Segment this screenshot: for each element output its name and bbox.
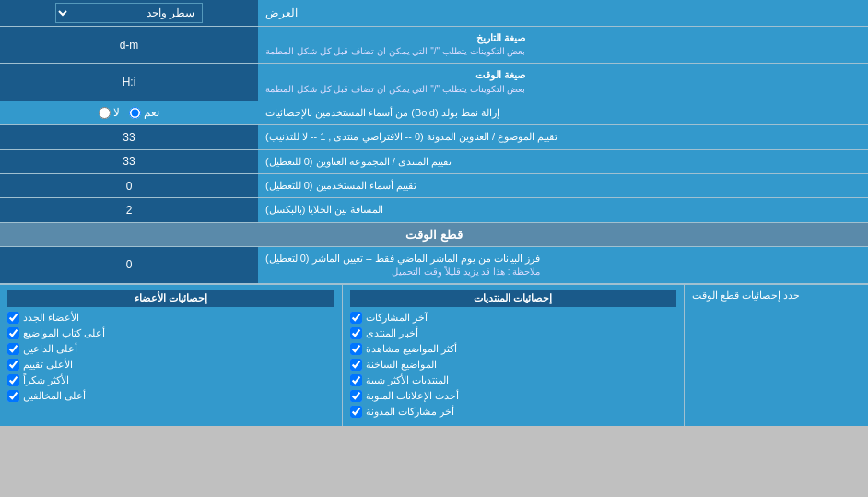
check-forum-6[interactable] — [350, 390, 362, 402]
forum-order-label: تقييم المنتدى / المجموعة العناوين (0 للت… — [258, 150, 868, 173]
check-member-2[interactable] — [7, 327, 19, 339]
check-item-6: أحدث الإعلانات المبوبة — [350, 390, 677, 402]
check-item-7: أخر مشاركات المدونة — [350, 406, 677, 418]
date-format-label: صيغة التاريخ بعض التكوينات يتطلب "/" الت… — [258, 27, 868, 63]
check-forum-3[interactable] — [350, 343, 362, 355]
user-order-input[interactable] — [5, 180, 253, 193]
check-item-4: المواضيع الساخنة — [350, 359, 677, 371]
check-item-3: أكثر المواضيع مشاهدة — [350, 343, 677, 355]
checkboxes-wrapper: حدد إحصائيات قطع الوقت إحصائيات المنتديا… — [0, 284, 868, 426]
date-format-row: صيغة التاريخ بعض التكوينات يتطلب "/" الت… — [0, 27, 868, 64]
radio-yes: نعم — [129, 106, 159, 119]
topic-order-input[interactable] — [5, 131, 253, 144]
user-order-input-cell — [0, 174, 258, 197]
check-member-6[interactable] — [7, 390, 19, 402]
check-forum-1[interactable] — [350, 312, 362, 324]
forum-order-input-cell — [0, 150, 258, 173]
topic-order-label: تقييم الموضوع / العناوين المدونة (0 -- ا… — [258, 125, 868, 148]
radio-no: لا — [99, 106, 120, 119]
cut-time-section-title: قطع الوقت — [0, 223, 868, 247]
cut-row-input-cell — [0, 247, 258, 283]
cut-row: فرز البيانات من يوم الماشر الماضي فقط --… — [0, 247, 868, 284]
bold-remove-row: إزالة نمط بولد (Bold) من أسماء المستخدمي… — [0, 101, 868, 125]
date-format-input-cell — [0, 27, 258, 63]
radio-no-input[interactable] — [99, 107, 111, 119]
radio-yes-input[interactable] — [129, 107, 141, 119]
check-member-5-item: الأكثر شكراً — [7, 374, 334, 386]
time-format-label: صيغة الوقت بعض التكوينات يتطلب "/" التي … — [258, 64, 868, 100]
date-format-input[interactable] — [5, 39, 253, 52]
time-format-row: صيغة الوقت بعض التكوينات يتطلب "/" التي … — [0, 64, 868, 101]
check-member-2-item: أعلى كتاب المواضيع — [7, 327, 334, 339]
check-forum-7[interactable] — [350, 406, 362, 418]
time-format-input-cell — [0, 64, 258, 100]
checkboxes-section-label: حدد إحصائيات قطع الوقت — [684, 285, 868, 426]
display-select[interactable]: سطر واحد سطرين ثلاثة أسطر — [55, 3, 203, 23]
user-order-row: تقييم أسماء المستخدمين (0 للتعطيل) — [0, 174, 868, 198]
cell-spacing-label: المسافة بين الخلايا (بالبكسل) — [258, 198, 868, 221]
cut-row-label: فرز البيانات من يوم الماشر الماضي فقط --… — [258, 247, 868, 283]
user-order-label: تقييم أسماء المستخدمين (0 للتعطيل) — [258, 174, 868, 197]
forum-order-input[interactable] — [5, 155, 253, 168]
bold-remove-label: إزالة نمط بولد (Bold) من أسماء المستخدمي… — [258, 101, 868, 124]
cut-row-input[interactable] — [5, 258, 253, 271]
cell-spacing-row: المسافة بين الخلايا (بالبكسل) — [0, 198, 868, 222]
check-member-4-item: الأعلى تقييم — [7, 359, 334, 371]
check-member-3-item: أعلى الداعين — [7, 343, 334, 355]
forum-stats-column: إحصائيات المنتديات آخر المشاركات أخبار ا… — [342, 285, 685, 426]
check-member-1-item: الأعضاء الجدد — [7, 312, 334, 324]
member-stats-header: إحصائيات الأعضاء — [7, 290, 334, 307]
display-row: العرض سطر واحد سطرين ثلاثة أسطر — [0, 0, 868, 27]
check-forum-2[interactable] — [350, 327, 362, 339]
display-label: العرض — [258, 0, 868, 26]
check-item-1: آخر المشاركات — [350, 312, 677, 324]
check-forum-4[interactable] — [350, 359, 362, 371]
cell-spacing-input[interactable] — [5, 204, 253, 217]
topic-order-input-cell — [0, 125, 258, 148]
display-input-cell: سطر واحد سطرين ثلاثة أسطر — [0, 0, 258, 26]
check-member-5[interactable] — [7, 374, 19, 386]
topic-order-row: تقييم الموضوع / العناوين المدونة (0 -- ا… — [0, 125, 868, 149]
time-format-input[interactable] — [5, 76, 253, 89]
check-forum-5[interactable] — [350, 374, 362, 386]
member-stats-column: إحصائيات الأعضاء الأعضاء الجدد أعلى كتاب… — [0, 285, 342, 426]
check-member-1[interactable] — [7, 312, 19, 324]
check-member-6-item: أعلى المخالفين — [7, 390, 334, 402]
check-item-5: المنتديات الأكثر شبية — [350, 374, 677, 386]
check-item-2: أخبار المنتدى — [350, 327, 677, 339]
check-member-4[interactable] — [7, 359, 19, 371]
cell-spacing-input-cell — [0, 198, 258, 221]
forum-stats-header: إحصائيات المنتديات — [350, 290, 677, 307]
check-member-3[interactable] — [7, 343, 19, 355]
bold-remove-radio-cell: نعم لا — [0, 101, 258, 124]
forum-order-row: تقييم المنتدى / المجموعة العناوين (0 للت… — [0, 150, 868, 174]
